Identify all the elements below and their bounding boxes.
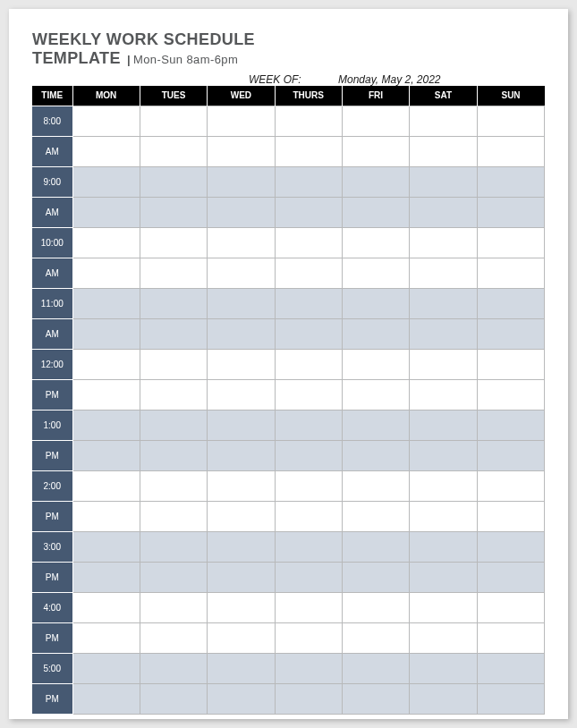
schedule-cell[interactable] [140, 531, 207, 562]
schedule-cell[interactable] [477, 379, 544, 410]
schedule-cell[interactable] [72, 410, 140, 440]
schedule-cell[interactable] [275, 562, 342, 592]
schedule-cell[interactable] [72, 683, 140, 714]
schedule-cell[interactable] [477, 197, 544, 227]
schedule-cell[interactable] [410, 653, 477, 683]
schedule-cell[interactable] [477, 288, 544, 318]
schedule-cell[interactable] [410, 622, 477, 653]
schedule-cell[interactable] [140, 683, 207, 714]
schedule-cell[interactable] [140, 349, 207, 379]
schedule-cell[interactable] [342, 349, 409, 379]
schedule-cell[interactable] [72, 379, 140, 410]
schedule-cell[interactable] [208, 622, 275, 653]
schedule-cell[interactable] [275, 592, 342, 622]
schedule-cell[interactable] [342, 288, 409, 318]
schedule-cell[interactable] [477, 653, 544, 683]
schedule-cell[interactable] [275, 227, 342, 258]
schedule-cell[interactable] [410, 440, 477, 470]
schedule-cell[interactable] [342, 258, 409, 288]
schedule-cell[interactable] [410, 136, 477, 166]
schedule-cell[interactable] [410, 349, 477, 379]
schedule-cell[interactable] [477, 592, 544, 622]
schedule-cell[interactable] [140, 136, 207, 166]
schedule-cell[interactable] [208, 258, 275, 288]
schedule-cell[interactable] [72, 501, 140, 531]
schedule-cell[interactable] [208, 349, 275, 379]
schedule-cell[interactable] [140, 622, 207, 653]
schedule-cell[interactable] [140, 166, 207, 197]
schedule-cell[interactable] [275, 349, 342, 379]
schedule-cell[interactable] [140, 106, 207, 136]
schedule-cell[interactable] [140, 288, 207, 318]
schedule-cell[interactable] [477, 562, 544, 592]
schedule-cell[interactable] [477, 683, 544, 714]
schedule-cell[interactable] [342, 410, 409, 440]
schedule-cell[interactable] [410, 258, 477, 288]
schedule-cell[interactable] [342, 562, 409, 592]
schedule-cell[interactable] [342, 622, 409, 653]
schedule-cell[interactable] [477, 501, 544, 531]
schedule-cell[interactable] [275, 258, 342, 288]
schedule-cell[interactable] [275, 166, 342, 197]
schedule-cell[interactable] [208, 379, 275, 410]
schedule-cell[interactable] [275, 136, 342, 166]
schedule-cell[interactable] [410, 410, 477, 440]
schedule-cell[interactable] [72, 227, 140, 258]
schedule-cell[interactable] [208, 592, 275, 622]
schedule-cell[interactable] [140, 258, 207, 288]
schedule-cell[interactable] [410, 470, 477, 501]
schedule-cell[interactable] [72, 197, 140, 227]
schedule-cell[interactable] [140, 653, 207, 683]
schedule-cell[interactable] [208, 227, 275, 258]
schedule-cell[interactable] [410, 379, 477, 410]
schedule-cell[interactable] [208, 470, 275, 501]
schedule-cell[interactable] [342, 440, 409, 470]
schedule-cell[interactable] [140, 470, 207, 501]
schedule-cell[interactable] [342, 318, 409, 349]
schedule-cell[interactable] [208, 410, 275, 440]
schedule-cell[interactable] [275, 318, 342, 349]
schedule-cell[interactable] [275, 288, 342, 318]
schedule-cell[interactable] [72, 440, 140, 470]
schedule-cell[interactable] [208, 531, 275, 562]
schedule-cell[interactable] [275, 410, 342, 440]
schedule-cell[interactable] [477, 440, 544, 470]
schedule-cell[interactable] [140, 379, 207, 410]
schedule-cell[interactable] [72, 622, 140, 653]
schedule-cell[interactable] [342, 106, 409, 136]
schedule-cell[interactable] [140, 318, 207, 349]
schedule-cell[interactable] [410, 562, 477, 592]
schedule-cell[interactable] [72, 288, 140, 318]
schedule-cell[interactable] [208, 197, 275, 227]
schedule-cell[interactable] [477, 349, 544, 379]
schedule-cell[interactable] [72, 653, 140, 683]
schedule-cell[interactable] [342, 166, 409, 197]
schedule-cell[interactable] [410, 288, 477, 318]
schedule-cell[interactable] [477, 136, 544, 166]
schedule-cell[interactable] [72, 258, 140, 288]
schedule-cell[interactable] [72, 166, 140, 197]
schedule-cell[interactable] [477, 531, 544, 562]
schedule-cell[interactable] [342, 197, 409, 227]
schedule-cell[interactable] [275, 106, 342, 136]
schedule-cell[interactable] [72, 106, 140, 136]
schedule-cell[interactable] [208, 106, 275, 136]
schedule-cell[interactable] [342, 136, 409, 166]
schedule-cell[interactable] [208, 653, 275, 683]
schedule-cell[interactable] [275, 197, 342, 227]
schedule-cell[interactable] [342, 379, 409, 410]
schedule-cell[interactable] [410, 197, 477, 227]
schedule-cell[interactable] [72, 531, 140, 562]
schedule-cell[interactable] [275, 622, 342, 653]
schedule-cell[interactable] [275, 501, 342, 531]
schedule-cell[interactable] [410, 166, 477, 197]
schedule-cell[interactable] [140, 410, 207, 440]
schedule-cell[interactable] [477, 258, 544, 288]
schedule-cell[interactable] [275, 683, 342, 714]
schedule-cell[interactable] [208, 562, 275, 592]
schedule-cell[interactable] [208, 166, 275, 197]
schedule-cell[interactable] [140, 501, 207, 531]
schedule-cell[interactable] [140, 197, 207, 227]
schedule-cell[interactable] [275, 470, 342, 501]
schedule-cell[interactable] [342, 653, 409, 683]
